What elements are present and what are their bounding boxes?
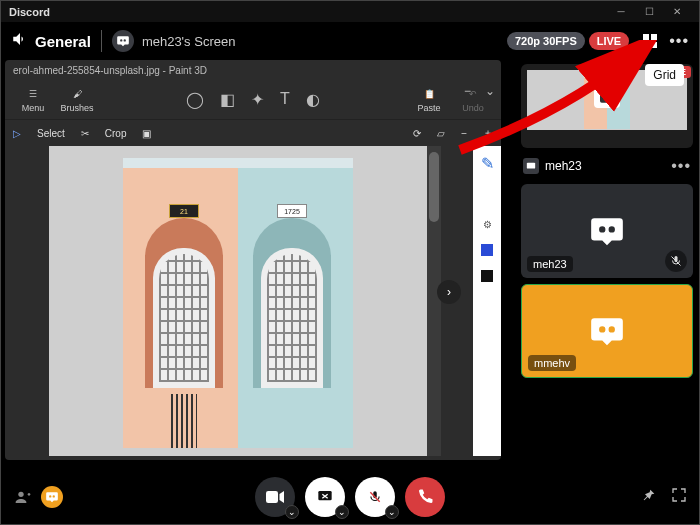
participant-more-icon[interactable]: ••• <box>671 157 691 175</box>
photo-content: 21 1725 <box>123 158 353 448</box>
screen-share-icon <box>523 158 539 174</box>
select-tool[interactable]: Select <box>37 128 65 139</box>
minimize-icon[interactable]: ─ <box>607 2 635 22</box>
video-button[interactable]: ⌄ <box>255 477 295 517</box>
svg-rect-8 <box>266 491 278 503</box>
magic-select-icon[interactable]: ▣ <box>142 128 151 139</box>
svg-rect-3 <box>651 42 657 48</box>
paint3d-canvas[interactable]: 21 1725 <box>49 146 427 456</box>
paint3d-menubar: ☰ Menu 🖌 Brushes ◯ ◧ ✦ T ◐ <box>5 80 501 120</box>
chevron-down-icon[interactable]: ⌄ <box>485 84 495 98</box>
live-badge: LIVE <box>589 32 629 50</box>
hamburger-icon: ☰ <box>25 86 41 102</box>
call-controls: ⌄ ⌄ ⌄ <box>255 477 445 517</box>
paint3d-toolbar: ▷ Select ✂ Crop ▣ ⟳ ▱ − ＋ <box>5 120 501 146</box>
stop-screenshare-button[interactable]: ⌄ <box>305 477 345 517</box>
pin-icon[interactable] <box>641 487 657 507</box>
shapes-icon[interactable]: ◯ <box>186 90 204 109</box>
grid-tooltip: Grid <box>645 64 684 86</box>
paint3d-scrollbar[interactable] <box>427 146 441 456</box>
eyedropper-icon[interactable]: ⎯ <box>482 187 492 205</box>
house-number-left: 21 <box>169 204 199 218</box>
chevron-down-icon[interactable]: ⌄ <box>335 505 349 519</box>
svg-rect-5 <box>527 163 535 169</box>
call-header: General meh23's Screen 720p 30FPS LIVE •… <box>0 22 700 60</box>
app-title: Discord <box>9 6 50 18</box>
expand-panel-button[interactable]: › <box>437 280 461 304</box>
hangup-button[interactable] <box>405 477 445 517</box>
participants-sidebar: LIVE meh23 ••• meh23 mmehv <box>515 60 699 490</box>
stream-quality-badge[interactable]: 720p 30FPS <box>507 32 585 50</box>
sliders-icon[interactable]: ⚙ <box>483 219 492 230</box>
mute-button[interactable]: ⌄ <box>355 477 395 517</box>
channel-name: General <box>35 33 91 50</box>
rotate-icon[interactable]: ⟳ <box>413 128 421 139</box>
house-number-right: 1725 <box>277 204 307 218</box>
color-swatch-black[interactable] <box>481 270 493 282</box>
cursor-icon[interactable]: ▷ <box>13 128 21 139</box>
more-icon[interactable]: ••• <box>669 32 689 50</box>
discord-avatar-icon <box>588 212 626 250</box>
window-titlebar: Discord ─ ☐ ✕ <box>0 0 700 22</box>
svg-rect-1 <box>651 34 657 40</box>
call-content: erol-ahmed-255854-unsplash.jpg - Paint 3… <box>0 60 700 490</box>
3d-icon[interactable]: ◧ <box>220 90 235 109</box>
screen-username: meh23 <box>545 159 582 173</box>
participant-screen-row[interactable]: meh23 ••• <box>521 154 693 178</box>
close-icon[interactable]: ✕ <box>663 2 691 22</box>
paste-icon: 📋 <box>421 86 437 102</box>
main-stream: erol-ahmed-255854-unsplash.jpg - Paint 3… <box>1 60 515 490</box>
call-controls-bar: ⌄ ⌄ ⌄ <box>0 469 700 525</box>
self-avatar[interactable] <box>41 486 63 508</box>
right-controls <box>641 487 687 507</box>
color-swatch-blue[interactable] <box>481 244 493 256</box>
add-user-button[interactable] <box>13 489 33 505</box>
shared-screen-content: erol-ahmed-255854-unsplash.jpg - Paint 3… <box>5 60 501 460</box>
p3d-minimize-icon[interactable]: − <box>464 84 471 98</box>
participant-name-2: mmehv <box>528 355 576 371</box>
chevron-down-icon[interactable]: ⌄ <box>385 505 399 519</box>
stickers-icon[interactable]: ✦ <box>251 90 264 109</box>
participant-tile-2[interactable]: mmehv <box>521 284 693 378</box>
svg-rect-0 <box>643 34 649 40</box>
mic-muted-icon[interactable] <box>665 250 687 272</box>
flip-icon[interactable]: ▱ <box>437 128 445 139</box>
svg-rect-4 <box>600 93 609 102</box>
paint3d-menu-button[interactable]: ☰ Menu <box>11 86 55 113</box>
paint3d-color-panel: ✎ ⎯ ⚙ <box>473 146 501 456</box>
discord-call-view: Discord ─ ☐ ✕ General meh23's Screen 720… <box>0 0 700 525</box>
grid-view-button[interactable] <box>637 28 663 54</box>
stream-title: meh23's Screen <box>142 34 236 49</box>
chevron-down-icon[interactable]: ⌄ <box>285 505 299 519</box>
participant-tile-1[interactable]: meh23 <box>521 184 693 278</box>
fullscreen-icon[interactable] <box>671 487 687 507</box>
maximize-icon[interactable]: ☐ <box>635 2 663 22</box>
crop-icon[interactable]: ✂ <box>81 128 89 139</box>
speaker-icon <box>11 30 29 52</box>
camera-icon <box>594 88 620 108</box>
effects-icon[interactable]: ◐ <box>306 90 320 109</box>
streamer-avatar[interactable] <box>112 30 134 52</box>
paint3d-window-title: erol-ahmed-255854-unsplash.jpg - Paint 3… <box>5 60 501 80</box>
paint3d-brushes-button[interactable]: 🖌 Brushes <box>55 86 99 113</box>
plus-icon[interactable]: ＋ <box>483 126 493 140</box>
participant-name-1: meh23 <box>527 256 573 272</box>
marker-icon[interactable]: ✎ <box>481 154 494 173</box>
paint3d-paste-button[interactable]: 📋 Paste <box>407 86 451 113</box>
discord-avatar-icon <box>588 312 626 350</box>
svg-rect-2 <box>643 42 649 48</box>
crop-tool[interactable]: Crop <box>105 128 127 139</box>
text-icon[interactable]: T <box>280 90 290 109</box>
paint3d-mode-icons: ◯ ◧ ✦ T ◐ <box>186 90 320 109</box>
brush-icon: 🖌 <box>69 86 85 102</box>
paint3d-window-controls: − ⌄ <box>464 84 495 98</box>
minus-icon[interactable]: − <box>461 128 467 139</box>
svg-point-7 <box>18 491 23 496</box>
